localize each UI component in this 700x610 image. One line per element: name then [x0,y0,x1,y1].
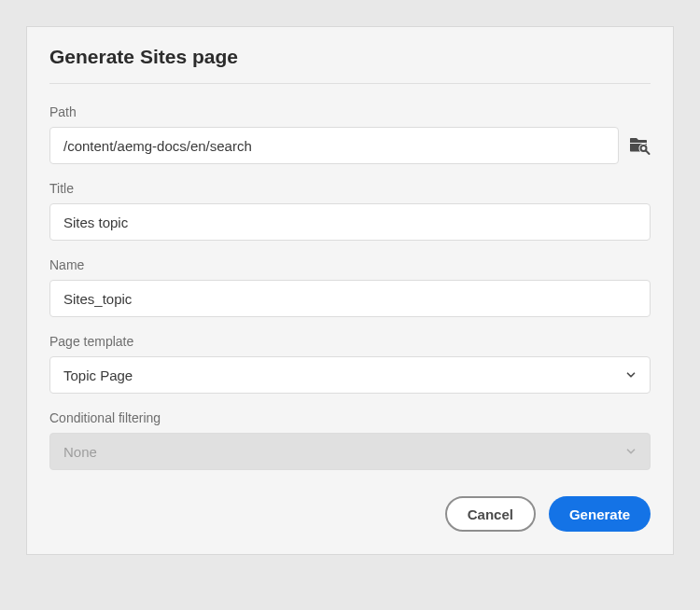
page-template-value: Topic Page [63,367,133,383]
page-template-label: Page template [49,334,651,349]
conditional-filtering-field: Conditional filtering None [49,410,651,470]
path-field: Path [49,104,651,164]
title-field: Title [49,181,651,241]
dialog-title: Generate Sites page [49,46,651,84]
page-template-field: Page template Topic Page [49,334,651,394]
conditional-filtering-select: None [49,433,651,470]
dialog-button-row: Cancel Generate [49,496,651,532]
generate-sites-page-dialog: Generate Sites page Path Title Name Page… [26,26,674,555]
svg-line-1 [646,151,650,155]
name-input[interactable] [49,280,651,317]
generate-button[interactable]: Generate [549,496,651,532]
conditional-filtering-label: Conditional filtering [49,410,651,425]
folder-search-icon[interactable] [628,134,651,157]
path-label: Path [49,104,651,119]
cancel-button[interactable]: Cancel [445,496,536,532]
page-template-select[interactable]: Topic Page [49,356,651,394]
conditional-filtering-value: None [63,444,97,460]
title-input[interactable] [49,203,651,241]
name-field: Name [49,257,651,317]
title-label: Title [49,181,651,196]
path-input-row [49,127,651,164]
path-input[interactable] [49,127,619,164]
name-label: Name [49,257,651,272]
